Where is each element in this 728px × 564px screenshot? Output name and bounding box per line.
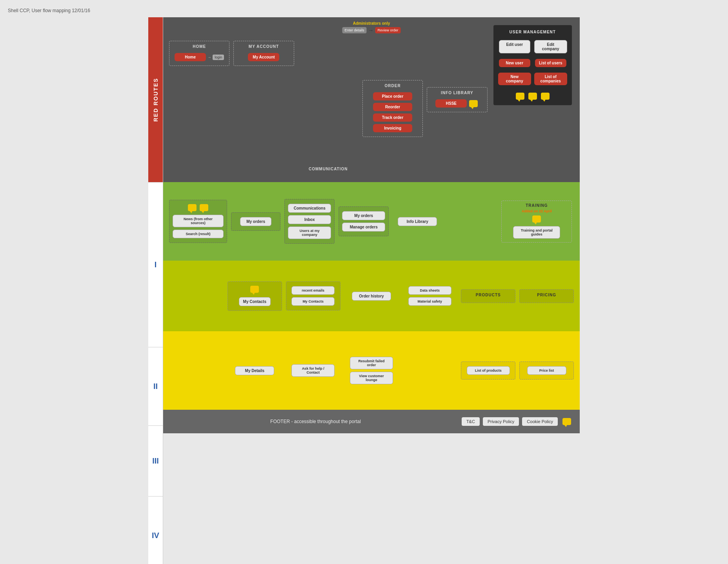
col-myaccount-iii: My Contacts <box>226 265 284 327</box>
col-home-iii <box>167 265 226 327</box>
home-header: HOME <box>193 44 206 49</box>
info-library-box[interactable]: Info Library <box>398 217 437 226</box>
usermgmt-bubble-2 <box>528 93 537 100</box>
price-list-box[interactable]: Price list <box>527 366 566 375</box>
red-routes-label: RED ROUTES <box>148 17 163 182</box>
myaccount-iii-container: My Contacts <box>228 281 282 311</box>
edit-company-btn[interactable]: Edit company <box>534 40 567 53</box>
col-order-ii: My orders Manage orders <box>337 186 391 257</box>
home-box[interactable]: Home <box>175 53 206 61</box>
ask-help-contact-box[interactable]: Ask for help / Contact <box>291 364 335 377</box>
row-label-ii: II <box>148 347 163 425</box>
home-ii-container: News (from other sources) Search (result… <box>169 200 227 243</box>
col-myaccount-iv: My Details <box>226 335 284 406</box>
products-iv-container: List of products <box>461 361 515 380</box>
inbox-box[interactable]: Inbox <box>288 215 331 224</box>
myaccount-header: MY ACCOUNT <box>249 44 279 49</box>
reorder-box[interactable]: Reorder <box>373 103 412 111</box>
left-labels: RED ROUTES I II III IV <box>148 17 163 564</box>
col-communication-ii: Communications Inbox Users at my company <box>282 186 337 257</box>
hsse-box[interactable]: HSSE <box>435 99 467 108</box>
col-pricing-iv: Price list <box>517 335 576 406</box>
infolib-container: INFO LIBRARY HSSE <box>427 87 487 112</box>
col-empty-ii <box>444 186 497 257</box>
my-details-box[interactable]: My Details <box>235 366 274 375</box>
home-container: HOME Home → login <box>169 41 229 66</box>
tc-button[interactable]: T&C <box>462 417 480 426</box>
usermgmt-bubble-1 <box>516 93 524 100</box>
col-myaccount-ii: My orders <box>229 186 282 257</box>
review-order-box[interactable]: Review order <box>375 27 401 33</box>
page-title: Shell CCP, User flow mapping 12/01/16 <box>8 8 720 13</box>
list-of-companies-btn[interactable]: List of companies <box>534 73 567 85</box>
login-box[interactable]: login <box>213 55 224 60</box>
main-content: Administrators only Enter details → Revi… <box>163 17 580 564</box>
communication-ii-container: Communications Inbox Users at my company <box>284 199 335 244</box>
col-usermgmt-i: USER MANAGEMENT Edit user Edit company N… <box>490 21 576 178</box>
col-products-iii: PRODUCTS <box>459 265 517 327</box>
hsse-bubble-icon <box>469 100 478 107</box>
communication-header: COMMUNICATION <box>309 167 348 171</box>
col-infolib-iii: Data sheets Material safety <box>400 265 459 327</box>
order-flow: Enter details → Review order <box>342 27 400 33</box>
footer-bubble-icon <box>562 418 571 425</box>
search-result-box[interactable]: Search (result) <box>173 230 224 238</box>
pricing-iii-container: PRICING <box>519 289 574 303</box>
usermgmt-box: USER MANAGEMENT Edit user Edit company N… <box>493 25 572 105</box>
row-ii: News (from other sources) Search (result… <box>163 182 580 261</box>
col-products-iv: List of products <box>459 335 517 406</box>
data-sheets-box[interactable]: Data sheets <box>408 286 451 295</box>
col-communication-iii: recent emails My Contacts <box>284 265 342 327</box>
training-label: TRAINING <box>526 203 548 208</box>
material-safety-box[interactable]: Material safety <box>408 297 451 306</box>
col-pricing-iii: PRICING <box>517 265 576 327</box>
products-iii-container: PRODUCTS <box>461 289 515 303</box>
training-bubble <box>532 215 541 223</box>
place-order-box[interactable]: Place order <box>373 92 412 100</box>
usermgmt-bubble-3 <box>541 93 550 100</box>
enter-details-box[interactable]: Enter details <box>342 27 366 33</box>
manage-orders-box[interactable]: Manage orders <box>342 223 385 232</box>
myaccount-box[interactable]: My Account <box>248 53 279 61</box>
list-of-products-box[interactable]: List of products <box>467 366 510 375</box>
home-ii-bubble-1 <box>188 204 197 211</box>
my-orders-order-box[interactable]: My orders <box>342 211 385 220</box>
training-container: TRAINING Added on 22 April Training and … <box>501 201 572 243</box>
col-communication-i: COMMUNICATION <box>296 21 360 178</box>
communications-box[interactable]: Communications <box>288 204 331 213</box>
edit-user-btn[interactable]: Edit user <box>499 40 530 53</box>
main-layout: RED ROUTES I II III IV Administrators on… <box>148 17 580 564</box>
my-contacts-comm-box[interactable]: My Contacts <box>291 297 335 306</box>
col-myaccount-i: MY ACCOUNT My Account <box>231 21 296 178</box>
col-order-iii: Order history <box>342 265 401 327</box>
row-labels: I II III IV <box>148 182 163 564</box>
view-customer-lounge-box[interactable]: View customer lounge <box>350 372 393 384</box>
track-order-box[interactable]: Track order <box>373 113 412 122</box>
myaccount-container: MY ACCOUNT My Account <box>233 41 294 66</box>
new-user-btn[interactable]: New user <box>499 59 530 67</box>
order-ii-container: My orders Manage orders <box>339 206 389 236</box>
row-iv: My Details Ask for help / Contact Resubm… <box>163 331 580 410</box>
communication-iii-container: recent emails My Contacts <box>286 281 340 310</box>
my-orders-acct-box[interactable]: My orders <box>240 217 271 226</box>
mycontacts-bubble <box>250 286 259 293</box>
list-of-users-btn[interactable]: List of users <box>535 59 566 67</box>
row-label-i: I <box>148 182 163 347</box>
recent-emails-box[interactable]: recent emails <box>291 286 335 295</box>
col-infolib-ii: Info Library <box>391 186 444 257</box>
col-order-i: ORDER Place order Reorder Track order In… <box>360 21 425 178</box>
resubmit-failed-box[interactable]: Resubmit failed order <box>350 357 393 369</box>
users-at-company-box[interactable]: Users at my company <box>288 226 331 239</box>
my-contacts-acct-box[interactable]: My Contacts <box>239 297 271 306</box>
myaccount-ii-container: My orders <box>231 212 280 231</box>
invoicing-box[interactable]: Invoicing <box>373 124 412 132</box>
new-company-btn[interactable]: New company <box>498 73 531 85</box>
pricing-iv-container: Price list <box>519 361 574 380</box>
order-header: ORDER <box>385 84 401 88</box>
news-box[interactable]: News (from other sources) <box>173 215 224 227</box>
privacy-policy-button[interactable]: Privacy Policy <box>483 417 519 426</box>
cookie-policy-button[interactable]: Cookie Policy <box>522 417 558 426</box>
training-guides-box[interactable]: Training and portal guides <box>513 226 560 239</box>
order-history-box[interactable]: Order history <box>352 292 391 301</box>
col-training-ii: TRAINING Added on 22 April Training and … <box>498 186 576 257</box>
